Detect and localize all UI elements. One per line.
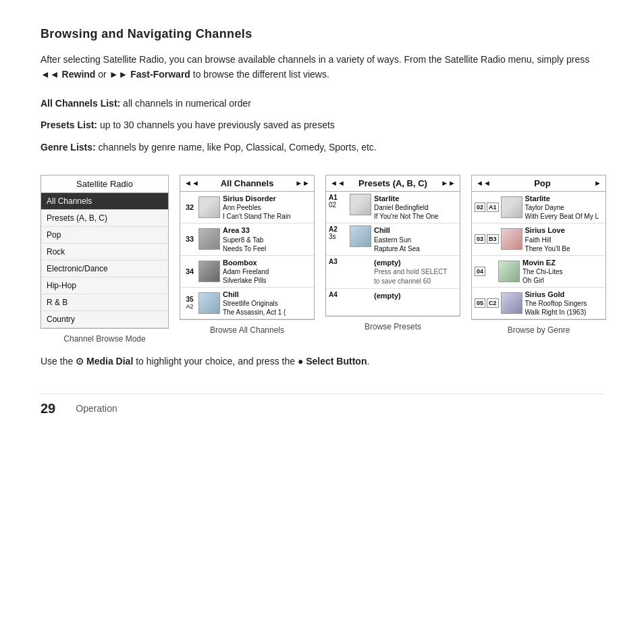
menu-item-hiphop: Hip-Hop [41, 277, 168, 294]
preset-row-a4: A4 (empty) [326, 289, 460, 316]
all-channels-title: All Channels [221, 178, 274, 188]
all-channels-desc: All Channels List: all channels in numer… [41, 96, 594, 111]
satellite-radio-screen: Satellite Radio All Channels Presets (A,… [41, 175, 169, 344]
channel-number-35: 35 [186, 296, 193, 303]
pop-header: ◄◄ Pop ► [472, 176, 606, 192]
menu-screen-box: Satellite Radio All Channels Presets (A,… [41, 175, 169, 329]
channel-number-34: 34 [183, 267, 196, 275]
presets-title: Presets (A, B, C) [358, 178, 427, 188]
page-footer: 29 Operation [41, 394, 603, 417]
preset-info-chill: Chill Eastern Sun Rapture At Sea [374, 225, 420, 252]
preset-info-starlite: Starlite Daniel Bedingfield If You're No… [374, 194, 439, 221]
preset-empty-thumb-a4 [350, 291, 371, 313]
channel-row-32: 32 Sirius Disorder Ann Peebles I Can't S… [180, 192, 314, 223]
channel-info-chill: Chill Streetlife Originals The Assassin,… [223, 290, 286, 317]
channel-sub-a2: A2 [186, 303, 193, 310]
preset-info-empty-a4: (empty) [374, 291, 401, 300]
pop-row-04: 04 Movin EZ The Chi-Lites Oh Girl [472, 256, 606, 288]
preset-empty-thumb-a3 [350, 258, 371, 279]
page-title: Browsing and Navigating Channels [41, 27, 603, 41]
screen-caption-2: Browse All Channels [210, 325, 284, 335]
menu-screen-title: Satellite Radio [41, 176, 168, 193]
pop-nums-05: 05 C2 [475, 298, 499, 308]
channel-row-35: 35 A2 Chill Streetlife Originals The Ass… [180, 288, 314, 319]
pop-thumb-movin-ez [498, 261, 520, 282]
pop-row-02: 02 A1 Starlite Taylor Dayne With Every B… [472, 192, 606, 223]
channel-thumb-area33 [198, 228, 220, 250]
preset-label-a3: A3 [329, 258, 348, 265]
menu-item-all-channels: All Channels [41, 193, 168, 210]
screens-illustration: Satellite Radio All Channels Presets (A,… [41, 175, 603, 344]
channel-thumb-sirius [198, 196, 220, 218]
channel-number-33: 33 [183, 235, 196, 243]
menu-item-country: Country [41, 311, 168, 328]
pop-thumb-sirius-gold [501, 292, 522, 314]
screen-caption-3: Browse Presets [365, 322, 421, 331]
channel-thumb-boombox [198, 261, 220, 282]
pop-row-03: 03 B3 Sirius Love Faith Hill There You'l… [472, 223, 606, 255]
genre-desc: Genre Lists: channels by genre name, lik… [41, 140, 594, 155]
pop-thumb-starlite [501, 196, 522, 218]
preset-ch-a1: 02 [329, 201, 348, 209]
channel-info-sirius: Sirius Disorder Ann Peebles I Can't Stan… [223, 194, 291, 221]
bottom-instruction: Use the ⊙ Media Dial to highlight your c… [41, 356, 594, 367]
pop-screen: ◄◄ Pop ► 02 A1 Starlite Taylor Dayne Wit… [471, 175, 606, 344]
presets-left-arrow: ◄◄ [330, 179, 345, 187]
pop-screen-box: ◄◄ Pop ► 02 A1 Starlite Taylor Dayne Wit… [471, 175, 606, 320]
preset-row-a1: A1 02 Starlite Daniel Bedingfield If You… [326, 192, 460, 223]
page-label: Operation [76, 403, 117, 414]
all-channels-header: ◄◄ All Channels ►► [180, 176, 314, 192]
menu-item-presets: Presets (A, B, C) [41, 210, 168, 227]
left-arrow-icon: ◄◄ [184, 179, 199, 187]
pop-left-arrow: ◄◄ [476, 179, 491, 187]
presets-screen: ◄◄ Presets (A, B, C) ►► A1 02 Starlite D… [325, 175, 460, 344]
channel-row-34: 34 Boombox Adam Freeland Silverlake Pill… [180, 256, 314, 288]
menu-item-rock: Rock [41, 244, 168, 261]
intro-paragraph: After selecting Satellite Radio, you can… [41, 52, 594, 82]
pop-row-05: 05 C2 Sirius Gold The Rooftop Singers Wa… [472, 288, 606, 319]
screen-caption-1: Channel Browse Mode [63, 334, 145, 344]
preset-row-a2: A2 3s Chill Eastern Sun Rapture At Sea [326, 223, 460, 255]
pop-info-starlite: Starlite Taylor Dayne With Every Beat Of… [525, 194, 599, 221]
all-channels-screen: ◄◄ All Channels ►► 32 Sirius Disorder An… [180, 175, 315, 344]
presets-desc: Presets List: up to 30 channels you have… [41, 117, 594, 132]
pop-info-sirius-love: Sirius Love Faith Hill There You'll Be [525, 225, 570, 252]
page-number: 29 [41, 401, 55, 417]
channel-thumb-chill [198, 292, 220, 314]
preset-thumb-starlite [350, 194, 371, 215]
presets-header: ◄◄ Presets (A, B, C) ►► [326, 176, 460, 192]
pop-right-arrow: ► [594, 179, 601, 187]
menu-item-electronic: Electronic/Dance [41, 261, 168, 277]
presets-right-arrow: ►► [441, 179, 456, 187]
preset-label-a4: A4 [329, 291, 348, 298]
preset-label-a2: A2 [329, 225, 348, 233]
preset-row-a3: A3 (empty) Press and hold SELECTto save … [326, 256, 460, 289]
pop-thumb-sirius-love [501, 228, 522, 250]
screen-caption-4: Browse by Genre [508, 325, 570, 335]
presets-screen-box: ◄◄ Presets (A, B, C) ►► A1 02 Starlite D… [325, 175, 460, 317]
preset-info-empty-a3: (empty) Press and hold SELECTto save cha… [374, 258, 447, 286]
pop-nums-03: 03 B3 [475, 234, 499, 244]
pop-info-movin-ez: Movin EZ The Chi-Lites Oh Girl [522, 258, 562, 285]
preset-label-a1: A1 [329, 194, 348, 201]
channel-row-33: 33 Area 33 Super8 & Tab Needs To Feel [180, 223, 314, 255]
channel-info-boombox: Boombox Adam Freeland Silverlake Pills [223, 258, 269, 285]
menu-item-pop: Pop [41, 227, 168, 244]
all-channels-screen-box: ◄◄ All Channels ►► 32 Sirius Disorder An… [180, 175, 315, 320]
menu-item-rb: R & B [41, 294, 168, 311]
channel-number-32: 32 [183, 203, 196, 211]
channel-info-area33: Area 33 Super8 & Tab Needs To Feel [223, 225, 266, 252]
pop-title: Pop [534, 178, 551, 188]
right-arrow-icon: ►► [295, 179, 310, 187]
pop-info-sirius-gold: Sirius Gold The Rooftop Singers Walk Rig… [525, 290, 587, 317]
pop-nums-04: 04 [475, 267, 496, 276]
preset-thumb-chill [350, 225, 371, 247]
preset-ch-a2: 3s [329, 233, 348, 240]
pop-nums-02: 02 A1 [475, 203, 499, 212]
